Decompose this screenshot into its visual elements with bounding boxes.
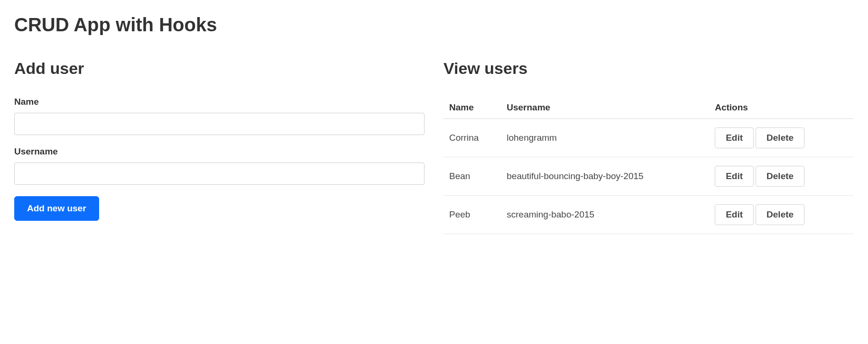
column-header-username: Username [501, 97, 709, 119]
table-row: Peebscreaming-babo-2015EditDelete [443, 196, 854, 234]
user-username-cell: beautiful-bouncing-baby-boy-2015 [501, 157, 709, 196]
add-user-button[interactable]: Add new user [14, 196, 99, 221]
name-input[interactable] [14, 113, 425, 135]
delete-button[interactable]: Delete [756, 127, 804, 148]
user-actions-cell: EditDelete [709, 119, 854, 157]
user-username-cell: lohengramm [501, 119, 709, 157]
view-users-heading: View users [443, 59, 854, 78]
name-label: Name [14, 97, 425, 107]
add-user-panel: Add user Name Username Add new user [14, 59, 425, 234]
page-title: CRUD App with Hooks [14, 14, 854, 36]
users-table: Name Username Actions CorrinalohengrammE… [443, 97, 854, 234]
column-header-actions: Actions [709, 97, 854, 119]
add-user-form: Name Username Add new user [14, 97, 425, 221]
edit-button[interactable]: Edit [715, 204, 754, 225]
table-row: Beanbeautiful-bouncing-baby-boy-2015Edit… [443, 157, 854, 196]
add-user-heading: Add user [14, 59, 425, 78]
user-username-cell: screaming-babo-2015 [501, 196, 709, 234]
user-actions-cell: EditDelete [709, 196, 854, 234]
delete-button[interactable]: Delete [756, 204, 804, 225]
table-row: CorrinalohengrammEditDelete [443, 119, 854, 157]
edit-button[interactable]: Edit [715, 127, 754, 148]
user-name-cell: Bean [443, 157, 501, 196]
user-actions-cell: EditDelete [709, 157, 854, 196]
delete-button[interactable]: Delete [756, 166, 804, 187]
view-users-panel: View users Name Username Actions Corrina… [443, 59, 854, 234]
user-name-cell: Peeb [443, 196, 501, 234]
username-input[interactable] [14, 163, 425, 185]
username-label: Username [14, 146, 425, 157]
column-header-name: Name [443, 97, 501, 119]
user-name-cell: Corrina [443, 119, 501, 157]
edit-button[interactable]: Edit [715, 166, 754, 187]
